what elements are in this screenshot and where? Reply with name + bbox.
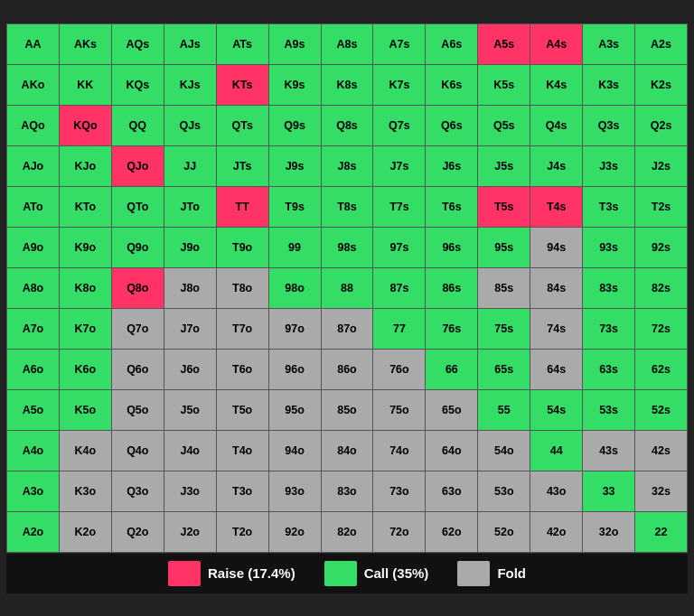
cell-k2o: K2o <box>60 512 111 552</box>
cell-qts: QTs <box>217 106 268 145</box>
cell-54s: 54s <box>530 390 582 430</box>
cell-j7s: J7s <box>373 146 425 186</box>
cell-42o: 42o <box>530 512 582 552</box>
cell-86o: 86o <box>322 350 373 389</box>
cell-q7s: Q7s <box>373 106 425 145</box>
cell-62o: 62o <box>426 512 477 552</box>
cell-85s: 85s <box>478 268 530 308</box>
cell-q2o: Q2o <box>112 512 164 552</box>
fold-legend: Fold <box>457 561 526 586</box>
cell-kjs: KJs <box>164 65 216 105</box>
cell-85o: 85o <box>322 390 373 430</box>
cell-t5s: T5s <box>478 187 530 227</box>
cell-t2s: T2s <box>635 187 687 227</box>
cell-t4s: T4s <box>530 187 582 227</box>
cell-aqs: AQs <box>112 24 164 64</box>
cell-a3o: A3o <box>7 471 59 511</box>
cell-64o: 64o <box>426 431 477 471</box>
cell-a4s: A4s <box>530 24 582 64</box>
cell-63o: 63o <box>426 471 477 511</box>
cell-q8o: Q8o <box>112 268 164 308</box>
cell-kk: KK <box>60 65 111 105</box>
call-swatch <box>324 561 357 586</box>
cell-k3o: K3o <box>60 471 111 511</box>
cell-j9s: J9s <box>269 146 321 186</box>
cell-j4o: J4o <box>164 431 216 471</box>
cell-92o: 92o <box>269 512 321 552</box>
cell-ajo: AJo <box>7 146 59 186</box>
cell-t9s: T9s <box>269 187 321 227</box>
cell-86s: 86s <box>426 268 477 308</box>
cell-a9s: A9s <box>269 24 321 64</box>
cell-74s: 74s <box>530 309 582 349</box>
cell-kto: KTo <box>60 187 111 227</box>
cell-k6s: K6s <box>426 65 477 105</box>
cell-k9s: K9s <box>269 65 321 105</box>
cell-t7s: T7s <box>373 187 425 227</box>
cell-53s: 53s <box>583 390 634 430</box>
cell-93o: 93o <box>269 471 321 511</box>
cell-j6s: J6s <box>426 146 477 186</box>
cell-aa: AA <box>7 24 59 64</box>
cell-q5o: Q5o <box>112 390 164 430</box>
cell-t8o: T8o <box>217 268 268 308</box>
cell-k9o: K9o <box>60 228 111 267</box>
cell-j5s: J5s <box>478 146 530 186</box>
cell-ats: ATs <box>217 24 268 64</box>
cell-a4o: A4o <box>7 431 59 471</box>
cell-q2s: Q2s <box>635 106 687 145</box>
cell-82s: 82s <box>635 268 687 308</box>
cell-t6s: T6s <box>426 187 477 227</box>
cell-92s: 92s <box>635 228 687 267</box>
cell-j2s: J2s <box>635 146 687 186</box>
cell-87s: 87s <box>373 268 425 308</box>
cell-jj: JJ <box>164 146 216 186</box>
cell-84s: 84s <box>530 268 582 308</box>
cell-94o: 94o <box>269 431 321 471</box>
raise-label: Raise (17.4%) <box>208 565 295 581</box>
cell-76s: 76s <box>426 309 477 349</box>
cell-q6o: Q6o <box>112 350 164 389</box>
cell-73s: 73s <box>583 309 634 349</box>
cell-a6o: A6o <box>7 350 59 389</box>
cell-a7s: A7s <box>373 24 425 64</box>
cell-95o: 95o <box>269 390 321 430</box>
cell-a2o: A2o <box>7 512 59 552</box>
cell-53o: 53o <box>478 471 530 511</box>
cell-73o: 73o <box>373 471 425 511</box>
cell-jto: JTo <box>164 187 216 227</box>
cell-k7s: K7s <box>373 65 425 105</box>
cell-t9o: T9o <box>217 228 268 267</box>
raise-swatch <box>168 561 201 586</box>
cell-q3s: Q3s <box>583 106 634 145</box>
cell-k3s: K3s <box>583 65 634 105</box>
fold-swatch <box>457 561 490 586</box>
cell-t2o: T2o <box>217 512 268 552</box>
cell-22: 22 <box>635 512 687 552</box>
cell-43s: 43s <box>583 431 634 471</box>
cell-33: 33 <box>583 471 634 511</box>
cell-t5o: T5o <box>217 390 268 430</box>
cell-32s: 32s <box>635 471 687 511</box>
cell-83o: 83o <box>322 471 373 511</box>
cell-65s: 65s <box>478 350 530 389</box>
cell-82o: 82o <box>322 512 373 552</box>
cell-98s: 98s <box>322 228 373 267</box>
cell-42s: 42s <box>635 431 687 471</box>
cell-66: 66 <box>426 350 477 389</box>
call-legend: Call (35%) <box>324 561 429 586</box>
call-label: Call (35%) <box>364 565 429 581</box>
cell-qjs: QJs <box>164 106 216 145</box>
cell-75s: 75s <box>478 309 530 349</box>
cell-96s: 96s <box>426 228 477 267</box>
cell-k4s: K4s <box>530 65 582 105</box>
cell-88: 88 <box>322 268 373 308</box>
cell-q4s: Q4s <box>530 106 582 145</box>
cell-64s: 64s <box>530 350 582 389</box>
cell-ajs: AJs <box>164 24 216 64</box>
cell-a5s: A5s <box>478 24 530 64</box>
cell-aks: AKs <box>60 24 111 64</box>
cell-65o: 65o <box>426 390 477 430</box>
cell-a2s: A2s <box>635 24 687 64</box>
cell-k5o: K5o <box>60 390 111 430</box>
